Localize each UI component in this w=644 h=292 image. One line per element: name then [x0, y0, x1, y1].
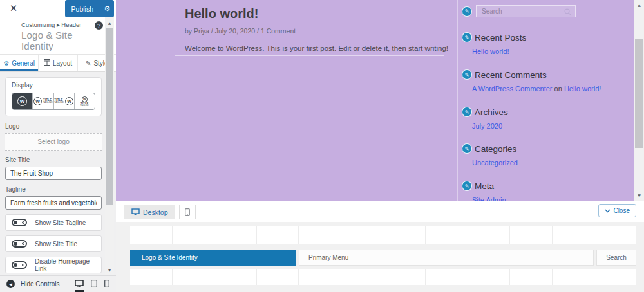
- gear-icon: ⚙: [3, 60, 9, 67]
- display-segmented-control: W W TITLETAGLINE TITLETAGLINE W W TITLET…: [12, 93, 95, 110]
- site-title-input[interactable]: [5, 167, 102, 180]
- wordpress-logo-icon: W: [17, 96, 27, 106]
- edit-widget-icon[interactable]: ✎: [462, 143, 472, 154]
- display-option-logo-above-text[interactable]: W TITLETAGLINE: [74, 93, 95, 109]
- comment-connector-text: on: [553, 85, 564, 93]
- recent-post-link[interactable]: Hello world!: [472, 48, 509, 55]
- phone-icon: [185, 208, 190, 216]
- collapse-sidebar-icon[interactable]: ◀: [6, 280, 15, 288]
- chevron-down-icon: [605, 209, 611, 213]
- site-admin-link[interactable]: Site Admin: [472, 196, 506, 201]
- device-preview-strip: Desktop Close: [116, 201, 644, 222]
- customizer-sidebar: ✕ Publish ⚙ Customizing ▸ Header ? Logo …: [0, 0, 116, 292]
- scroll-up-icon[interactable]: ▲: [105, 19, 114, 27]
- post-divider: [175, 55, 444, 56]
- widget-title: Archives: [475, 107, 508, 117]
- header-builder: Logo & Site Identity Primary Menu Search: [116, 222, 644, 292]
- tab-general-label: General: [12, 60, 35, 67]
- display-option-logo-text[interactable]: W TITLETAGLINE: [32, 93, 53, 109]
- site-title-label: Site Title: [5, 156, 102, 163]
- content-sidebar-divider: [457, 0, 458, 201]
- tab-layout[interactable]: Layout: [39, 55, 77, 71]
- scroll-up-icon[interactable]: ▲: [634, 1, 644, 9]
- widget-title: Meta: [475, 181, 494, 191]
- monitor-icon: [131, 208, 140, 215]
- tagline-glyph-text: TAGLINE: [54, 102, 64, 104]
- preview-tablet-button[interactable]: [91, 276, 97, 292]
- wordpress-logo-icon: W: [33, 97, 42, 105]
- builder-slot-primary-menu[interactable]: Primary Menu: [299, 250, 594, 266]
- toggle-switch-icon: [12, 240, 27, 248]
- edit-search-widget-icon[interactable]: ✎: [462, 6, 472, 17]
- edit-widget-icon[interactable]: ✎: [462, 69, 472, 80]
- preview-desktop-button[interactable]: [75, 276, 84, 292]
- breadcrumb: Customizing ▸ Header: [21, 21, 104, 28]
- wordpress-customizer: ✕ Publish ⚙ Customizing ▸ Header ? Logo …: [0, 0, 644, 292]
- show-site-tagline-toggle[interactable]: Show Site Tagline: [5, 214, 102, 231]
- scroll-down-icon[interactable]: ▼: [105, 266, 114, 274]
- panel-tabs: ⚙ General Layout ✎ Style: [0, 55, 116, 72]
- display-control-card: Display W W TITLETAGLINE TITLETAGLINE W …: [5, 77, 102, 116]
- toggle-switch-icon: [12, 219, 27, 226]
- scroll-down-icon[interactable]: ▼: [634, 191, 644, 199]
- preview-scrollbar[interactable]: ▲ ▼: [634, 0, 644, 201]
- close-label: Close: [613, 207, 630, 214]
- hide-controls-label[interactable]: Hide Controls: [21, 280, 60, 287]
- widget-title: Recent Comments: [475, 70, 547, 80]
- commented-post-link[interactable]: Hello world!: [564, 85, 601, 93]
- recent-posts-widget: ✎ Recent Posts Hello world!: [462, 32, 629, 55]
- display-option-text-logo[interactable]: TITLETAGLINE W: [53, 93, 74, 109]
- pencil-icon: ✎: [86, 60, 91, 67]
- meta-widget: ✎ Meta Site Admin: [462, 181, 629, 201]
- help-icon[interactable]: ?: [95, 21, 103, 30]
- display-option-logo-only[interactable]: W: [12, 93, 32, 109]
- edit-widget-icon[interactable]: ✎: [462, 32, 472, 42]
- toggle-label: Show Site Title: [35, 241, 77, 248]
- close-builder-button[interactable]: Close: [598, 204, 636, 217]
- publish-settings-gear-icon[interactable]: ⚙: [100, 0, 114, 17]
- edit-widget-icon[interactable]: ✎: [462, 181, 472, 191]
- post-title: Hello world!: [185, 6, 455, 21]
- layout-icon: [44, 59, 50, 67]
- search-input[interactable]: Search: [476, 5, 576, 17]
- tagline-label: Tagline: [5, 186, 102, 193]
- edit-widget-icon[interactable]: ✎: [462, 107, 472, 117]
- tagline-input[interactable]: [5, 196, 102, 210]
- commenter-link[interactable]: A WordPress Commenter: [472, 85, 553, 93]
- categories-widget: ✎ Categories Uncategorized: [462, 143, 629, 167]
- builder-top-row[interactable]: [130, 226, 636, 244]
- tab-general[interactable]: ⚙ General: [0, 55, 39, 71]
- site-preview: Hello world! by Priya / July 20, 2020 / …: [116, 0, 634, 201]
- wordpress-logo-icon: W: [65, 97, 73, 105]
- scrollbar-thumb[interactable]: [106, 28, 113, 205]
- sidebar-scrollbar[interactable]: ▲ ▼: [105, 17, 114, 275]
- desktop-preview-tab[interactable]: Desktop: [124, 205, 175, 219]
- close-customizer-icon[interactable]: ✕: [5, 0, 22, 17]
- builder-slot-logo-site-identity[interactable]: Logo & Site Identity: [130, 250, 296, 266]
- builder-slot-search[interactable]: Search: [596, 250, 636, 266]
- post-meta: by Priya / July 20, 2020 / 1 Comment: [185, 27, 455, 35]
- category-link[interactable]: Uncategorized: [472, 159, 518, 167]
- logo-section-label: Logo: [5, 123, 102, 130]
- recent-comments-widget: ✎ Recent Comments A WordPress Commenter …: [462, 69, 629, 93]
- publish-button[interactable]: Publish: [65, 0, 100, 17]
- show-site-title-toggle[interactable]: Show Site Title: [5, 235, 102, 252]
- scrollbar-thumb[interactable]: [635, 39, 643, 148]
- preview-mobile-button[interactable]: [104, 276, 109, 292]
- archive-link[interactable]: July 2020: [472, 122, 502, 130]
- tab-layout-label: Layout: [53, 60, 72, 67]
- customizer-topbar: ✕ Publish ⚙: [0, 0, 116, 17]
- disable-homepage-link-toggle[interactable]: Disable Homepage Link: [5, 257, 102, 273]
- builder-bottom-row[interactable]: [130, 269, 636, 285]
- widget-title: Recent Posts: [475, 33, 526, 42]
- panel-content: Display W W TITLETAGLINE TITLETAGLINE W …: [0, 72, 116, 292]
- search-placeholder: Search: [482, 8, 502, 15]
- toggle-label: Disable Homepage Link: [35, 258, 95, 272]
- mobile-preview-tab[interactable]: [179, 205, 196, 219]
- display-label: Display: [12, 82, 95, 89]
- tagline-glyph-text: TAGLINE: [43, 102, 53, 104]
- select-logo-button[interactable]: Select logo: [5, 133, 102, 151]
- desktop-tab-label: Desktop: [143, 208, 168, 216]
- toggle-switch-icon: [12, 261, 27, 269]
- toggle-label: Show Site Tagline: [35, 219, 86, 226]
